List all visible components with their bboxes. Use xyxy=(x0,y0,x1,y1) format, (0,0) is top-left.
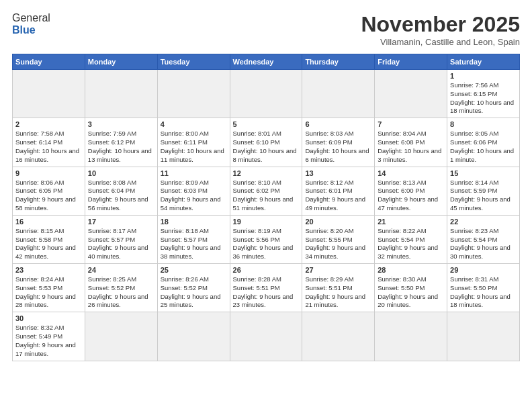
calendar-header-sunday: Sunday xyxy=(13,54,85,70)
day-info: Sunrise: 7:59 AM Sunset: 6:12 PM Dayligh… xyxy=(88,130,154,164)
calendar-header-saturday: Saturday xyxy=(447,54,520,70)
day-number: 26 xyxy=(233,266,300,274)
calendar-cell: 23Sunrise: 8:24 AM Sunset: 5:53 PM Dayli… xyxy=(13,264,85,312)
calendar-cell: 4Sunrise: 8:00 AM Sunset: 6:11 PM Daylig… xyxy=(157,118,230,167)
calendar-cell: 15Sunrise: 8:14 AM Sunset: 5:59 PM Dayli… xyxy=(447,167,520,215)
day-info: Sunrise: 8:20 AM Sunset: 5:55 PM Dayligh… xyxy=(305,227,371,261)
calendar-cell xyxy=(375,312,447,361)
day-number: 28 xyxy=(378,266,444,274)
calendar-cell: 1Sunrise: 7:56 AM Sunset: 6:15 PM Daylig… xyxy=(447,70,520,118)
day-info: Sunrise: 8:24 AM Sunset: 5:53 PM Dayligh… xyxy=(15,275,82,310)
day-info: Sunrise: 8:09 AM Sunset: 6:03 PM Dayligh… xyxy=(161,179,227,213)
day-info: Sunrise: 8:03 AM Sunset: 6:09 PM Dayligh… xyxy=(305,130,371,164)
calendar-cell: 21Sunrise: 8:22 AM Sunset: 5:54 PM Dayli… xyxy=(375,215,447,263)
day-info: Sunrise: 8:04 AM Sunset: 6:08 PM Dayligh… xyxy=(378,130,444,164)
calendar-week-1: 1Sunrise: 7:56 AM Sunset: 6:15 PM Daylig… xyxy=(13,70,520,118)
day-number: 9 xyxy=(15,169,82,177)
calendar-cell: 10Sunrise: 8:08 AM Sunset: 6:04 PM Dayli… xyxy=(85,167,157,215)
day-number: 16 xyxy=(15,218,82,226)
calendar-week-6: 30Sunrise: 8:32 AM Sunset: 5:49 PM Dayli… xyxy=(13,312,520,361)
calendar-cell xyxy=(302,312,375,361)
day-info: Sunrise: 8:15 AM Sunset: 5:58 PM Dayligh… xyxy=(15,227,82,261)
day-number: 2 xyxy=(15,120,82,128)
day-number: 29 xyxy=(450,266,517,274)
logo: General Blue General Blue xyxy=(12,12,50,36)
day-number: 25 xyxy=(161,266,227,274)
day-number: 6 xyxy=(305,120,371,128)
calendar-cell xyxy=(302,70,375,118)
day-info: Sunrise: 7:58 AM Sunset: 6:14 PM Dayligh… xyxy=(15,130,82,164)
day-number: 5 xyxy=(233,120,300,128)
calendar-cell: 6Sunrise: 8:03 AM Sunset: 6:09 PM Daylig… xyxy=(302,118,375,167)
calendar-week-2: 2Sunrise: 7:58 AM Sunset: 6:14 PM Daylig… xyxy=(13,118,520,167)
day-info: Sunrise: 8:26 AM Sunset: 5:52 PM Dayligh… xyxy=(161,275,227,310)
calendar-week-4: 16Sunrise: 8:15 AM Sunset: 5:58 PM Dayli… xyxy=(13,215,520,263)
day-info: Sunrise: 8:00 AM Sunset: 6:11 PM Dayligh… xyxy=(161,130,227,164)
calendar-cell xyxy=(230,312,302,361)
day-info: Sunrise: 8:25 AM Sunset: 5:52 PM Dayligh… xyxy=(88,275,154,310)
calendar-table: SundayMondayTuesdayWednesdayThursdayFrid… xyxy=(12,54,520,361)
logo-general: General xyxy=(12,12,50,24)
calendar-cell: 18Sunrise: 8:18 AM Sunset: 5:57 PM Dayli… xyxy=(157,215,230,263)
calendar-cell: 19Sunrise: 8:19 AM Sunset: 5:56 PM Dayli… xyxy=(230,215,302,263)
day-info: Sunrise: 8:23 AM Sunset: 5:54 PM Dayligh… xyxy=(450,227,517,261)
day-number: 18 xyxy=(161,218,227,226)
calendar-cell: 5Sunrise: 8:01 AM Sunset: 6:10 PM Daylig… xyxy=(230,118,302,167)
calendar-cell: 17Sunrise: 8:17 AM Sunset: 5:57 PM Dayli… xyxy=(85,215,157,263)
day-number: 21 xyxy=(378,218,444,226)
day-info: Sunrise: 8:17 AM Sunset: 5:57 PM Dayligh… xyxy=(88,227,154,261)
calendar-cell: 24Sunrise: 8:25 AM Sunset: 5:52 PM Dayli… xyxy=(85,264,157,312)
day-info: Sunrise: 8:18 AM Sunset: 5:57 PM Dayligh… xyxy=(161,227,227,261)
calendar-cell: 30Sunrise: 8:32 AM Sunset: 5:49 PM Dayli… xyxy=(13,312,85,361)
calendar-cell xyxy=(230,70,302,118)
day-number: 11 xyxy=(161,169,227,177)
day-number: 1 xyxy=(450,72,517,80)
calendar-cell: 27Sunrise: 8:29 AM Sunset: 5:51 PM Dayli… xyxy=(302,264,375,312)
calendar-cell: 8Sunrise: 8:05 AM Sunset: 6:06 PM Daylig… xyxy=(447,118,520,167)
calendar-cell: 11Sunrise: 8:09 AM Sunset: 6:03 PM Dayli… xyxy=(157,167,230,215)
day-number: 27 xyxy=(305,266,371,274)
day-info: Sunrise: 8:29 AM Sunset: 5:51 PM Dayligh… xyxy=(305,275,371,310)
day-number: 17 xyxy=(88,218,154,226)
day-info: Sunrise: 8:31 AM Sunset: 5:50 PM Dayligh… xyxy=(450,275,517,310)
day-info: Sunrise: 8:19 AM Sunset: 5:56 PM Dayligh… xyxy=(233,227,300,261)
day-info: Sunrise: 8:05 AM Sunset: 6:06 PM Dayligh… xyxy=(450,130,517,164)
calendar-cell: 22Sunrise: 8:23 AM Sunset: 5:54 PM Dayli… xyxy=(447,215,520,263)
calendar-cell xyxy=(375,70,447,118)
calendar-cell xyxy=(447,312,520,361)
day-number: 19 xyxy=(233,218,300,226)
page: General Blue General Blue November 2025 … xyxy=(0,0,532,411)
calendar-cell xyxy=(85,312,157,361)
day-info: Sunrise: 8:22 AM Sunset: 5:54 PM Dayligh… xyxy=(378,227,444,261)
calendar-cell: 29Sunrise: 8:31 AM Sunset: 5:50 PM Dayli… xyxy=(447,264,520,312)
calendar-header-monday: Monday xyxy=(85,54,157,70)
day-number: 3 xyxy=(88,120,154,128)
day-info: Sunrise: 8:28 AM Sunset: 5:51 PM Dayligh… xyxy=(233,275,300,310)
header: General Blue General Blue November 2025 … xyxy=(12,12,520,47)
day-number: 22 xyxy=(450,218,517,226)
day-number: 8 xyxy=(450,120,517,128)
calendar-cell: 13Sunrise: 8:12 AM Sunset: 6:01 PM Dayli… xyxy=(302,167,375,215)
calendar-header-thursday: Thursday xyxy=(302,54,375,70)
calendar-cell: 25Sunrise: 8:26 AM Sunset: 5:52 PM Dayli… xyxy=(157,264,230,312)
day-info: Sunrise: 7:56 AM Sunset: 6:15 PM Dayligh… xyxy=(450,81,517,116)
day-number: 23 xyxy=(15,266,82,274)
calendar-cell xyxy=(85,70,157,118)
calendar-cell: 2Sunrise: 7:58 AM Sunset: 6:14 PM Daylig… xyxy=(13,118,85,167)
calendar-cell xyxy=(157,70,230,118)
day-number: 14 xyxy=(378,169,444,177)
day-number: 30 xyxy=(15,314,82,322)
day-number: 24 xyxy=(88,266,154,274)
day-info: Sunrise: 8:32 AM Sunset: 5:49 PM Dayligh… xyxy=(15,324,82,358)
day-info: Sunrise: 8:30 AM Sunset: 5:50 PM Dayligh… xyxy=(378,275,444,310)
calendar-header-tuesday: Tuesday xyxy=(157,54,230,70)
day-info: Sunrise: 8:01 AM Sunset: 6:10 PM Dayligh… xyxy=(233,130,300,164)
calendar-header-friday: Friday xyxy=(375,54,447,70)
calendar-cell xyxy=(157,312,230,361)
calendar-header-wednesday: Wednesday xyxy=(230,54,302,70)
calendar-week-5: 23Sunrise: 8:24 AM Sunset: 5:53 PM Dayli… xyxy=(13,264,520,312)
day-info: Sunrise: 8:10 AM Sunset: 6:02 PM Dayligh… xyxy=(233,179,300,213)
day-number: 20 xyxy=(305,218,371,226)
day-number: 10 xyxy=(88,169,154,177)
calendar-cell: 14Sunrise: 8:13 AM Sunset: 6:00 PM Dayli… xyxy=(375,167,447,215)
